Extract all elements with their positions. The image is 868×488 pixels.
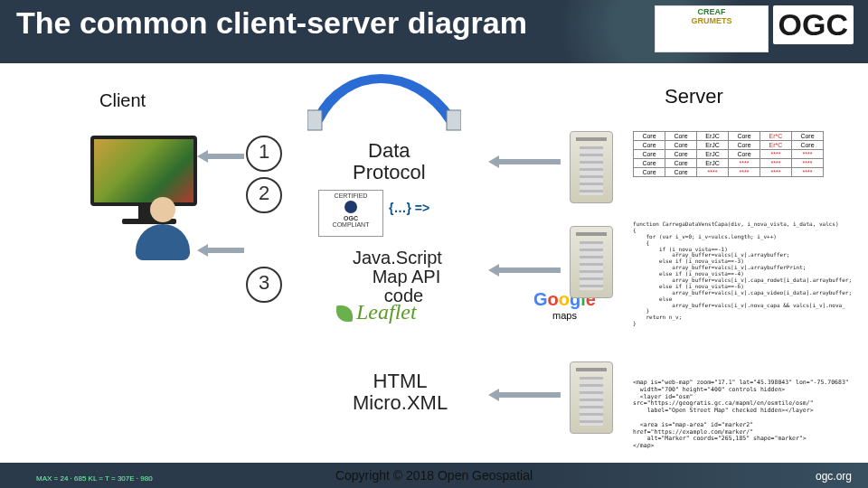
- text: Data: [368, 139, 410, 162]
- ogc-logo: OGC: [773, 5, 854, 44]
- svg-marker-6: [488, 389, 561, 401]
- text: maps: [552, 310, 577, 321]
- arrow-left-icon: [197, 244, 244, 260]
- arrow-left-icon: [488, 155, 561, 172]
- step-3-badge: 3: [246, 267, 282, 303]
- js-map-api-label: Java.Script Map API code: [353, 249, 442, 305]
- text: Micro.XML: [353, 391, 448, 414]
- table-cell: Er*C: [760, 132, 792, 141]
- grumets-logo: GRUMETS: [657, 17, 766, 26]
- step-1-badge: 1: [246, 136, 282, 172]
- footer-site: ogc.org: [816, 470, 852, 483]
- text: Map API: [373, 267, 441, 286]
- text: COMPLIANT: [319, 221, 382, 228]
- table-cell: ****: [760, 150, 792, 159]
- table-cell: Core: [634, 150, 665, 159]
- table-cell: ****: [729, 168, 760, 177]
- table-cell: ****: [792, 168, 824, 177]
- arrow-left-icon: [197, 150, 244, 166]
- table-cell: ****: [729, 159, 760, 168]
- sponsor-logos: CREAF GRUMETS: [655, 5, 769, 52]
- leaf-icon: [336, 305, 353, 322]
- table-cell: ErJC: [697, 132, 729, 141]
- table-cell: Core: [729, 141, 760, 150]
- table-cell: ****: [792, 159, 824, 168]
- copyright-text: Copyright © 2018 Open Geospatial: [0, 468, 868, 483]
- text: Java.Script: [353, 248, 442, 267]
- table-cell: Core: [634, 159, 665, 168]
- table-cell: ****: [760, 159, 792, 168]
- server-icon: [570, 361, 613, 434]
- json-arrow-label: {…} =>: [389, 201, 429, 215]
- table-cell: ****: [697, 168, 729, 177]
- html-microxml-label: HTML Micro.XML: [353, 371, 448, 414]
- svg-marker-3: [488, 155, 561, 168]
- server-icon: [570, 226, 613, 298]
- svg-rect-0: [307, 110, 322, 130]
- text: HTML: [373, 370, 428, 392]
- text: Protocol: [353, 161, 426, 183]
- user-icon: [136, 197, 190, 269]
- leaflet-logo: Leaflet: [336, 300, 417, 324]
- table-cell: Core: [665, 132, 697, 141]
- arrow-left-icon: [488, 264, 561, 280]
- table-cell: Core: [634, 132, 665, 141]
- server-icon: [570, 131, 613, 203]
- text: CERTIFIED: [319, 192, 382, 199]
- table-cell: Core: [665, 141, 697, 150]
- arrow-left-icon: [488, 389, 561, 405]
- xml-code-snippet: <map is="web-map" zoom="17.1" lat="45.39…: [633, 380, 859, 450]
- js-code-snippet: function CarregaDataVenstCapa(div, i_nov…: [633, 221, 859, 327]
- table-cell: Core: [792, 132, 824, 141]
- step-2-badge: 2: [246, 177, 282, 213]
- text: OGC: [319, 215, 382, 221]
- table-cell: Core: [634, 168, 665, 177]
- table-cell: ErJC: [697, 150, 729, 159]
- ogc-compliant-badge: CERTIFIED OGC COMPLIANT: [318, 190, 383, 237]
- client-label: Client: [99, 90, 146, 111]
- table-cell: ErJC: [697, 159, 729, 168]
- slide-title: The common client-server diagram: [16, 5, 527, 41]
- table-cell: ErJC: [697, 141, 729, 150]
- table-cell: ****: [760, 168, 792, 177]
- table-cell: Er*C: [760, 141, 792, 150]
- text: Leaflet: [356, 300, 417, 324]
- table-cell: Core: [665, 150, 697, 159]
- data-table: CoreCoreErJCCoreEr*CCoreCoreCoreErJCCore…: [633, 131, 824, 177]
- svg-marker-5: [488, 264, 561, 277]
- server-label: Server: [665, 85, 723, 108]
- table-cell: Core: [729, 132, 760, 141]
- data-protocol-label: Data Protocol: [353, 140, 426, 183]
- table-cell: Core: [634, 141, 665, 150]
- table-cell: Core: [665, 168, 697, 177]
- table-cell: Core: [665, 159, 697, 168]
- svg-rect-1: [447, 110, 461, 130]
- table-cell: ****: [792, 150, 824, 159]
- table-cell: Core: [729, 150, 760, 159]
- table-cell: Core: [792, 141, 824, 150]
- svg-marker-4: [197, 244, 244, 257]
- svg-marker-2: [197, 150, 244, 163]
- ethernet-cable-icon: [307, 54, 461, 136]
